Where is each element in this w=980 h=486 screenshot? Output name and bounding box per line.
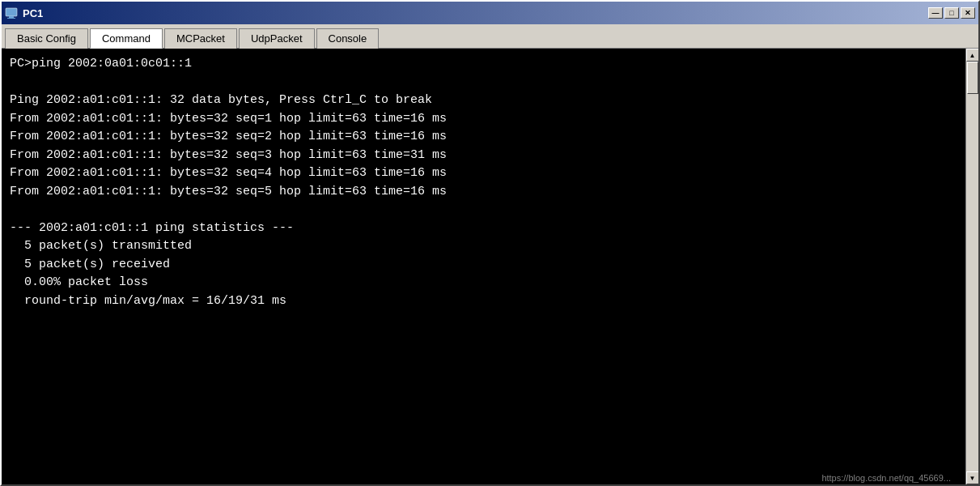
scroll-up-button[interactable]: ▲ [966,49,979,62]
tab-bar: Basic Config Command MCPacket UdpPacket … [2,24,978,48]
scroll-track[interactable] [966,62,978,471]
watermark: https://blog.csdn.net/qq_45669... [821,473,951,483]
pc-icon [5,6,18,19]
tab-console[interactable]: Console [316,28,380,49]
svg-rect-1 [9,16,14,18]
scroll-down-button[interactable]: ▼ [966,471,979,484]
tab-udppacket[interactable]: UdpPacket [239,28,315,49]
terminal-wrapper: PC>ping 2002:0a01:0c01::1 Ping 2002:a01:… [2,49,965,484]
title-bar-controls: — □ ✕ [928,7,975,19]
main-window: PC1 — □ ✕ Basic Config Command MCPacket … [0,0,980,486]
tab-command[interactable]: Command [90,28,163,49]
title-bar-left: PC1 [5,6,43,19]
window-title: PC1 [23,7,43,19]
svg-rect-2 [7,18,15,19]
svg-rect-0 [6,8,17,16]
terminal-output[interactable]: PC>ping 2002:0a01:0c01::1 Ping 2002:a01:… [2,49,965,484]
minimize-button[interactable]: — [928,7,943,19]
title-bar: PC1 — □ ✕ [2,2,978,24]
maximize-button[interactable]: □ [944,7,959,19]
tab-basic-config[interactable]: Basic Config [5,28,88,49]
scrollbar: ▲ ▼ [965,49,978,484]
scroll-thumb[interactable] [967,62,978,94]
close-button[interactable]: ✕ [961,7,975,19]
tab-content-area: PC>ping 2002:0a01:0c01::1 Ping 2002:a01:… [2,48,978,484]
tab-mcpacket[interactable]: MCPacket [164,28,237,49]
